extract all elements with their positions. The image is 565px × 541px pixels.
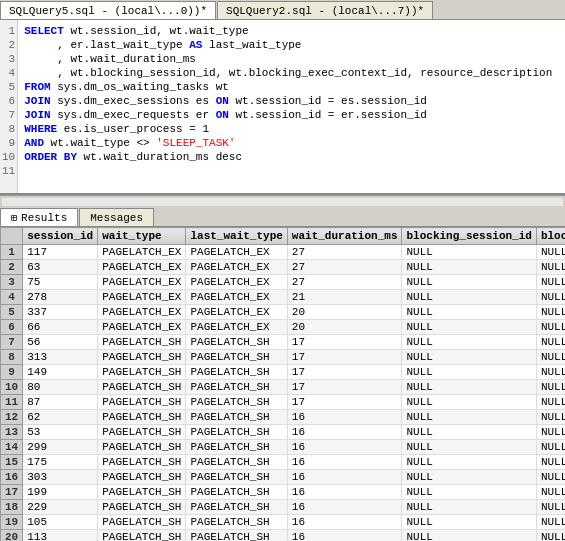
cell-3-5: NULL — [402, 290, 536, 305]
table-row: 1080PAGELATCH_SHPAGELATCH_SH17NULLNULL8:… — [1, 380, 566, 395]
cell-11-2: PAGELATCH_SH — [98, 410, 186, 425]
cell-0-5: NULL — [402, 245, 536, 260]
cell-2-3: PAGELATCH_EX — [186, 275, 287, 290]
cell-15-3: PAGELATCH_SH — [186, 470, 287, 485]
cell-3-3: PAGELATCH_EX — [186, 290, 287, 305]
cell-18-1: 105 — [23, 515, 98, 530]
cell-15-1: 303 — [23, 470, 98, 485]
cell-0-6: NULL — [536, 245, 565, 260]
tab-sqlquery5-label: SQLQuery5.sql - (local\...0))* — [9, 5, 207, 17]
cell-12-4: 16 — [287, 425, 402, 440]
cell-8-6: NULL — [536, 365, 565, 380]
results-tab-label: Results — [21, 212, 67, 224]
cell-16-2: PAGELATCH_SH — [98, 485, 186, 500]
cell-7-6: NULL — [536, 350, 565, 365]
cell-11-0: 12 — [1, 410, 23, 425]
results-tab-messages[interactable]: Messages — [79, 208, 154, 226]
cell-19-0: 20 — [1, 530, 23, 542]
cell-18-5: NULL — [402, 515, 536, 530]
tab-sqlquery2-label: SQLQuery2.sql - (local\...7))* — [226, 5, 424, 17]
cell-5-1: 66 — [23, 320, 98, 335]
col-header-5[interactable]: blocking_session_id — [402, 228, 536, 245]
col-header-1[interactable]: session_id — [23, 228, 98, 245]
cell-16-3: PAGELATCH_SH — [186, 485, 287, 500]
cell-16-6: NULL — [536, 485, 565, 500]
cell-4-0: 5 — [1, 305, 23, 320]
sql-editor[interactable]: 1234567891011 SELECT wt.session_id, wt.w… — [0, 20, 565, 195]
cell-17-2: PAGELATCH_SH — [98, 500, 186, 515]
cell-18-0: 19 — [1, 515, 23, 530]
table-row: 9149PAGELATCH_SHPAGELATCH_SH17NULLNULL8:… — [1, 365, 566, 380]
cell-5-4: 20 — [287, 320, 402, 335]
cell-1-2: PAGELATCH_EX — [98, 260, 186, 275]
col-header-4[interactable]: wait_duration_ms — [287, 228, 402, 245]
editor-scrollbar[interactable] — [0, 195, 565, 207]
cell-12-0: 13 — [1, 425, 23, 440]
table-row: 666PAGELATCH_EXPAGELATCH_EX20NULLNULL8:1… — [1, 320, 566, 335]
results-tab-results[interactable]: ⊞ Results — [0, 208, 78, 226]
cell-3-1: 278 — [23, 290, 98, 305]
cell-4-2: PAGELATCH_EX — [98, 305, 186, 320]
cell-17-1: 229 — [23, 500, 98, 515]
col-header-2[interactable]: wait_type — [98, 228, 186, 245]
cell-0-4: 27 — [287, 245, 402, 260]
cell-13-0: 14 — [1, 440, 23, 455]
cell-9-6: NULL — [536, 380, 565, 395]
cell-8-3: PAGELATCH_SH — [186, 365, 287, 380]
cell-1-6: NULL — [536, 260, 565, 275]
line-numbers: 1234567891011 — [0, 20, 18, 193]
cell-1-0: 2 — [1, 260, 23, 275]
col-header-6[interactable]: blocking_exec_context_i — [536, 228, 565, 245]
cell-5-0: 6 — [1, 320, 23, 335]
col-header-0[interactable] — [1, 228, 23, 245]
cell-17-4: 16 — [287, 500, 402, 515]
cell-9-3: PAGELATCH_SH — [186, 380, 287, 395]
data-grid-container[interactable]: session_idwait_typelast_wait_typewait_du… — [0, 227, 565, 541]
cell-8-5: NULL — [402, 365, 536, 380]
cell-5-3: PAGELATCH_EX — [186, 320, 287, 335]
cell-17-5: NULL — [402, 500, 536, 515]
cell-16-5: NULL — [402, 485, 536, 500]
cell-13-5: NULL — [402, 440, 536, 455]
grid-icon: ⊞ — [11, 212, 17, 224]
cell-8-4: 17 — [287, 365, 402, 380]
cell-3-6: NULL — [536, 290, 565, 305]
table-row: 16303PAGELATCH_SHPAGELATCH_SH16NULLNULL8… — [1, 470, 566, 485]
cell-14-5: NULL — [402, 455, 536, 470]
cell-7-0: 8 — [1, 350, 23, 365]
cell-2-1: 75 — [23, 275, 98, 290]
table-row: 1117PAGELATCH_EXPAGELATCH_EX27NULLNULL8:… — [1, 245, 566, 260]
cell-14-2: PAGELATCH_SH — [98, 455, 186, 470]
table-row: 1262PAGELATCH_SHPAGELATCH_SH16NULLNULL8:… — [1, 410, 566, 425]
cell-10-3: PAGELATCH_SH — [186, 395, 287, 410]
sql-content[interactable]: SELECT wt.session_id, wt.wait_type , er.… — [18, 20, 565, 193]
cell-4-3: PAGELATCH_EX — [186, 305, 287, 320]
cell-1-1: 63 — [23, 260, 98, 275]
cell-18-4: 16 — [287, 515, 402, 530]
cell-10-1: 87 — [23, 395, 98, 410]
tab-sqlquery5[interactable]: SQLQuery5.sql - (local\...0))* — [0, 1, 216, 19]
cell-1-3: PAGELATCH_EX — [186, 260, 287, 275]
results-tabs: ⊞ Results Messages — [0, 207, 565, 227]
cell-12-1: 53 — [23, 425, 98, 440]
scrollbar-track[interactable] — [2, 198, 563, 206]
cell-4-4: 20 — [287, 305, 402, 320]
cell-16-4: 16 — [287, 485, 402, 500]
cell-6-1: 56 — [23, 335, 98, 350]
cell-3-2: PAGELATCH_EX — [98, 290, 186, 305]
cell-0-3: PAGELATCH_EX — [186, 245, 287, 260]
cell-9-1: 80 — [23, 380, 98, 395]
cell-18-6: NULL — [536, 515, 565, 530]
tab-sqlquery2[interactable]: SQLQuery2.sql - (local\...7))* — [217, 1, 433, 19]
table-row: 15175PAGELATCH_SHPAGELATCH_SH16NULLNULL8… — [1, 455, 566, 470]
cell-12-6: NULL — [536, 425, 565, 440]
cell-19-1: 113 — [23, 530, 98, 542]
cell-14-6: NULL — [536, 455, 565, 470]
cell-9-0: 10 — [1, 380, 23, 395]
cell-19-5: NULL — [402, 530, 536, 542]
cell-9-4: 17 — [287, 380, 402, 395]
cell-19-2: PAGELATCH_SH — [98, 530, 186, 542]
col-header-3[interactable]: last_wait_type — [186, 228, 287, 245]
cell-6-3: PAGELATCH_SH — [186, 335, 287, 350]
table-row: 263PAGELATCH_EXPAGELATCH_EX27NULLNULL8:1… — [1, 260, 566, 275]
